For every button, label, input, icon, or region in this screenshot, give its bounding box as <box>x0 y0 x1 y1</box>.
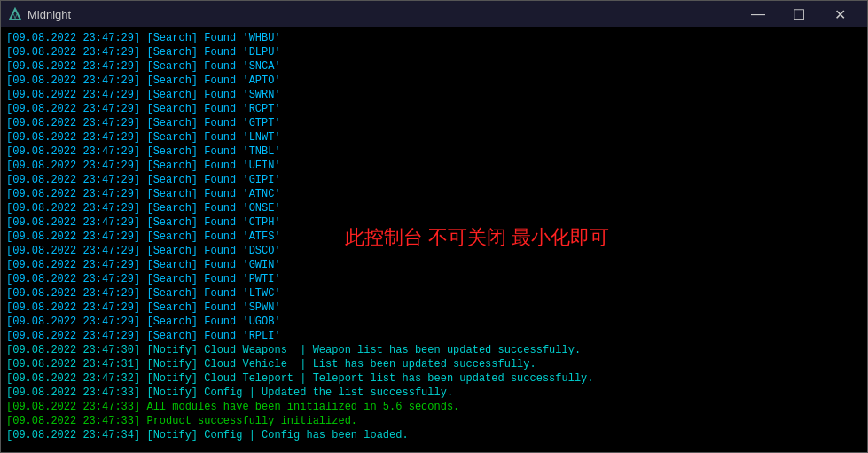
console-line: [09.08.2022 23:47:30] [Notify] Cloud Wea… <box>6 343 862 357</box>
console-line: [09.08.2022 23:47:29] [Search] Found 'GW… <box>6 258 862 272</box>
console-line: [09.08.2022 23:47:29] [Search] Found 'SW… <box>6 88 862 102</box>
console-line: [09.08.2022 23:47:29] [Search] Found 'LN… <box>6 130 862 144</box>
window-controls: — ☐ ✕ <box>738 1 860 27</box>
console-line: [09.08.2022 23:47:29] [Search] Found 'PW… <box>6 272 862 286</box>
console-line: [09.08.2022 23:47:29] [Search] Found 'GT… <box>6 116 862 130</box>
console-line: [09.08.2022 23:47:33] Product successful… <box>6 414 862 428</box>
console-line: [09.08.2022 23:47:33] [Notify] Config | … <box>6 386 862 400</box>
console-line: [09.08.2022 23:47:29] [Search] Found 'TN… <box>6 144 862 159</box>
titlebar: V Midnight — ☐ ✕ <box>1 1 867 27</box>
console-output: [09.08.2022 23:47:29] [Search] Found 'WH… <box>6 31 862 442</box>
console-line: [09.08.2022 23:47:29] [Search] Found 'CT… <box>6 215 862 230</box>
console-line: [09.08.2022 23:47:29] [Search] Found 'SN… <box>6 59 862 74</box>
console-line: [09.08.2022 23:47:33] All modules have b… <box>6 400 862 414</box>
console-line: [09.08.2022 23:47:32] [Notify] Cloud Tel… <box>6 371 862 386</box>
console-line: [09.08.2022 23:47:31] [Notify] Cloud Veh… <box>6 357 862 371</box>
console-line: [09.08.2022 23:47:29] [Search] Found 'DL… <box>6 45 862 59</box>
app-window: V Midnight — ☐ ✕ [09.08.2022 23:47:29] [… <box>0 0 868 453</box>
console-line: [09.08.2022 23:47:29] [Search] Found 'AT… <box>6 187 862 201</box>
console-line: [09.08.2022 23:47:29] [Search] Found 'RP… <box>6 329 862 343</box>
console-line: [09.08.2022 23:47:29] [Search] Found 'AT… <box>6 230 862 244</box>
console-line: [09.08.2022 23:47:29] [Search] Found 'UF… <box>6 159 862 173</box>
console-line: [09.08.2022 23:47:29] [Search] Found 'ON… <box>6 201 862 215</box>
console-line: [09.08.2022 23:47:29] [Search] Found 'WH… <box>6 31 862 45</box>
console-line: [09.08.2022 23:47:29] [Search] Found 'GI… <box>6 173 862 187</box>
console-line: [09.08.2022 23:47:29] [Search] Found 'LT… <box>6 286 862 301</box>
app-logo-icon: V <box>8 7 22 21</box>
close-button[interactable]: ✕ <box>819 1 860 27</box>
console-line: [09.08.2022 23:47:29] [Search] Found 'UG… <box>6 315 862 329</box>
minimize-button[interactable]: — <box>738 1 778 27</box>
maximize-button[interactable]: ☐ <box>778 1 819 27</box>
console-area: [09.08.2022 23:47:29] [Search] Found 'WH… <box>1 27 867 452</box>
console-line: [09.08.2022 23:47:34] [Notify] Config | … <box>6 428 862 442</box>
console-line: [09.08.2022 23:47:29] [Search] Found 'RC… <box>6 102 862 116</box>
console-line: [09.08.2022 23:47:29] [Search] Found 'SP… <box>6 301 862 315</box>
app-title: Midnight <box>27 8 738 21</box>
console-line: [09.08.2022 23:47:29] [Search] Found 'AP… <box>6 74 862 88</box>
console-line: [09.08.2022 23:47:29] [Search] Found 'DS… <box>6 244 862 258</box>
